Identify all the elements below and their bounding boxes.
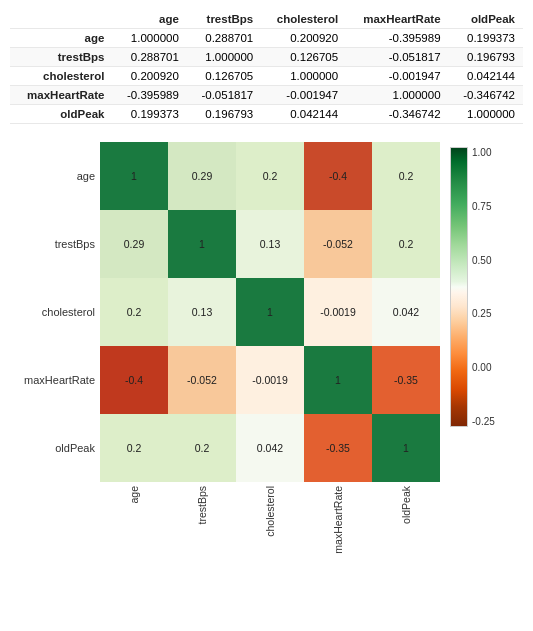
cell-value: -0.395989	[112, 86, 186, 105]
cell-value: 0.126705	[261, 48, 346, 67]
heatmap-cell: 0.2	[372, 210, 440, 278]
cell-value: 0.042144	[449, 67, 523, 86]
colorbar-labels: 1.000.750.500.250.00-0.25	[468, 147, 495, 427]
heatmap-container: age10.290.2-0.40.2trestBps0.2910.13-0.05…	[20, 142, 523, 552]
col-label-text: maxHeartRate	[332, 486, 344, 554]
col-header-age: age	[112, 10, 186, 29]
colorbar-label: 0.00	[472, 362, 495, 373]
heatmap-row: cholesterol0.20.131-0.00190.042	[20, 278, 440, 346]
row-label: age	[10, 29, 112, 48]
heatmap-cell: 1	[304, 346, 372, 414]
col-header-trestbps: trestBps	[187, 10, 261, 29]
heatmap-cell: 0.042	[236, 414, 304, 482]
heatmap-row: trestBps0.2910.13-0.0520.2	[20, 210, 440, 278]
row-label: oldPeak	[10, 105, 112, 124]
cell-value: -0.001947	[346, 67, 448, 86]
heatmap-row-label: cholesterol	[20, 306, 100, 318]
heatmap-cell: 0.2	[168, 414, 236, 482]
heatmap-cell: -0.0019	[236, 346, 304, 414]
heatmap-cell: -0.052	[304, 210, 372, 278]
heatmap-row: oldPeak0.20.20.042-0.351	[20, 414, 440, 482]
cell-value: 1.000000	[112, 29, 186, 48]
col-header-cholesterol: cholesterol	[261, 10, 346, 29]
table-row: oldPeak0.1993730.1967930.042144-0.346742…	[10, 105, 523, 124]
colorbar-label: 0.75	[472, 201, 495, 212]
table-row: cholesterol0.2009200.1267051.000000-0.00…	[10, 67, 523, 86]
heatmap-row: maxHeartRate-0.4-0.052-0.00191-0.35	[20, 346, 440, 414]
heatmap-cell: 0.13	[168, 278, 236, 346]
table-row: maxHeartRate-0.395989-0.051817-0.0019471…	[10, 86, 523, 105]
heatmap-cell: 0.2	[100, 414, 168, 482]
col-header-maxheartrate: maxHeartRate	[346, 10, 448, 29]
col-label-text: trestBps	[196, 486, 208, 525]
cell-value: 0.126705	[187, 67, 261, 86]
row-label: maxHeartRate	[10, 86, 112, 105]
heatmap-cell: 1	[168, 210, 236, 278]
cell-value: 0.288701	[187, 29, 261, 48]
cell-value: -0.051817	[187, 86, 261, 105]
heatmap-cell: 0.042	[372, 278, 440, 346]
heatmap-cell: 1	[100, 142, 168, 210]
heatmap-cell: -0.35	[372, 346, 440, 414]
col-label-text: cholesterol	[264, 486, 276, 537]
col-label-cell: age	[100, 482, 168, 552]
heatmap-row: age10.290.2-0.40.2	[20, 142, 440, 210]
col-label-cell: oldPeak	[372, 482, 440, 552]
col-header-empty	[10, 10, 112, 29]
cell-value: 1.000000	[346, 86, 448, 105]
heatmap-cell: 0.2	[372, 142, 440, 210]
heatmap-cell: 0.13	[236, 210, 304, 278]
cell-value: 0.199373	[112, 105, 186, 124]
col-label-cell: trestBps	[168, 482, 236, 552]
heatmap-row-label: maxHeartRate	[20, 374, 100, 386]
cell-value: 0.196793	[187, 105, 261, 124]
cell-value: -0.346742	[346, 105, 448, 124]
cell-value: -0.346742	[449, 86, 523, 105]
heatmap-row-label: oldPeak	[20, 442, 100, 454]
colorbar	[450, 147, 468, 427]
heatmap-row-label: age	[20, 170, 100, 182]
cell-value: 0.042144	[261, 105, 346, 124]
heatmap-cell: -0.4	[304, 142, 372, 210]
cell-value: 0.199373	[449, 29, 523, 48]
cell-value: 0.196793	[449, 48, 523, 67]
cell-value: 0.200920	[261, 29, 346, 48]
heatmap-cell: 1	[372, 414, 440, 482]
heatmap-cell: 0.2	[100, 278, 168, 346]
cell-value: -0.001947	[261, 86, 346, 105]
cell-value: 1.000000	[261, 67, 346, 86]
colorbar-label: 0.25	[472, 308, 495, 319]
cell-value: -0.395989	[346, 29, 448, 48]
colorbar-label: -0.25	[472, 416, 495, 427]
col-label-text: oldPeak	[400, 486, 412, 524]
heatmap-area: age10.290.2-0.40.2trestBps0.2910.13-0.05…	[20, 142, 440, 552]
heatmap-cell: -0.0019	[304, 278, 372, 346]
cell-value: 0.288701	[112, 48, 186, 67]
heatmap-cell: 0.29	[168, 142, 236, 210]
cell-value: 0.200920	[112, 67, 186, 86]
cell-value: -0.051817	[346, 48, 448, 67]
col-label-text: age	[128, 486, 140, 504]
table-row: age1.0000000.2887010.200920-0.3959890.19…	[10, 29, 523, 48]
cell-value: 1.000000	[187, 48, 261, 67]
heatmap-cell: -0.4	[100, 346, 168, 414]
col-labels-row: agetrestBpscholesterolmaxHeartRateoldPea…	[100, 482, 440, 552]
heatmap-cell: -0.35	[304, 414, 372, 482]
colorbar-label: 1.00	[472, 147, 495, 158]
heatmap-cell: -0.052	[168, 346, 236, 414]
col-label-cell: cholesterol	[236, 482, 304, 552]
colorbar-label: 0.50	[472, 255, 495, 266]
row-label: cholesterol	[10, 67, 112, 86]
heatmap-cell: 0.29	[100, 210, 168, 278]
col-label-cell: maxHeartRate	[304, 482, 372, 552]
table-row: trestBps0.2887011.0000000.126705-0.05181…	[10, 48, 523, 67]
heatmap-row-label: trestBps	[20, 238, 100, 250]
colorbar-container: 1.000.750.500.250.00-0.25	[450, 147, 495, 427]
row-label: trestBps	[10, 48, 112, 67]
heatmap-cell: 1	[236, 278, 304, 346]
col-header-oldpeak: oldPeak	[449, 10, 523, 29]
heatmap-cell: 0.2	[236, 142, 304, 210]
cell-value: 1.000000	[449, 105, 523, 124]
correlation-table: age trestBps cholesterol maxHeartRate ol…	[10, 10, 523, 124]
